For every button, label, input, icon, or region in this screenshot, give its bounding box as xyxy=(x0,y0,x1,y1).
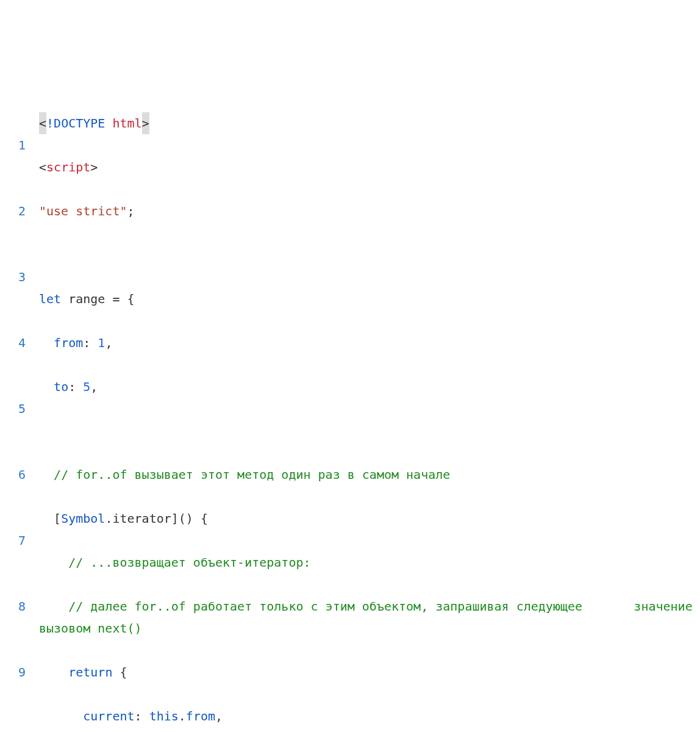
code-line[interactable]: // ...возвращает объект-итератор: xyxy=(39,551,700,573)
code-line[interactable]: current: this.from, xyxy=(39,705,700,727)
code-line[interactable]: <script> xyxy=(39,156,700,178)
line-number-gutter: 1 2 3 4 5 6 7 8 9 10 11 12 13 14 15 16 1… xyxy=(0,90,37,732)
code-line[interactable]: to: 5, xyxy=(39,376,700,398)
line-number: 4 xyxy=(0,332,26,354)
line-number: 6 xyxy=(0,464,26,486)
line-number: 10 xyxy=(0,727,26,732)
code-line[interactable]: [Symbol.iterator]() { xyxy=(39,508,700,529)
code-content[interactable]: <!DOCTYPE html> <script> "use strict"; l… xyxy=(37,90,700,732)
code-line[interactable] xyxy=(39,244,700,266)
cursor-right: > xyxy=(142,112,149,134)
line-number: 8 xyxy=(0,595,26,617)
line-number: 2 xyxy=(0,200,26,222)
line-number: 7 xyxy=(0,529,26,551)
line-number: 9 xyxy=(0,661,26,683)
code-line[interactable]: let range = { xyxy=(39,288,700,310)
code-line[interactable]: from: 1, xyxy=(39,332,700,354)
code-line[interactable]: // далее for..of работает только с этим … xyxy=(39,595,700,639)
code-line[interactable]: return { xyxy=(39,661,700,683)
code-line[interactable] xyxy=(39,420,700,442)
line-number: 3 xyxy=(0,266,26,288)
code-editor[interactable]: 1 2 3 4 5 6 7 8 9 10 11 12 13 14 15 16 1… xyxy=(0,88,700,732)
code-line[interactable]: <!DOCTYPE html> xyxy=(39,112,700,134)
code-line[interactable]: "use strict"; xyxy=(39,200,700,222)
line-number: 5 xyxy=(0,398,26,420)
cursor-left: < xyxy=(39,112,46,134)
code-line[interactable]: // for..of вызывает этот метод один раз … xyxy=(39,464,700,486)
line-number: 1 xyxy=(0,134,26,156)
